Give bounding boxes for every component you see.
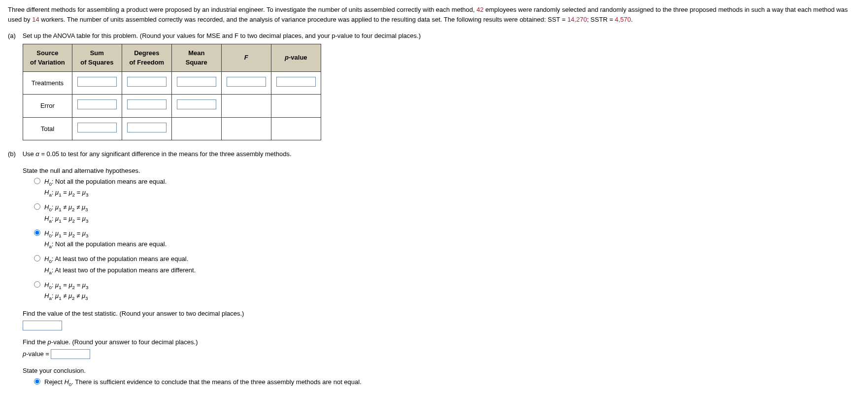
sstr-value: 4,570 (615, 16, 631, 23)
input-tot-ss[interactable] (77, 123, 117, 132)
part-a-label: (a) (8, 31, 21, 41)
hyp-option-1: H0: Not all the population means are equ… (32, 177, 860, 198)
input-treat-p[interactable] (276, 77, 316, 87)
conclusion-option-1: Reject H0. There is sufficient evidence … (32, 377, 860, 388)
num-employees: 42 (476, 6, 483, 13)
part-a: (a) Set up the ANOVA table for this prob… (8, 31, 860, 140)
radio-conc-1[interactable] (34, 378, 40, 385)
table-row: Total (23, 117, 321, 140)
find-stat-text: Find the value of the test statistic. (R… (23, 309, 860, 319)
question-intro: Three different methods for assembling a… (8, 5, 860, 24)
input-treat-ms[interactable] (177, 77, 216, 87)
row-treatments-label: Treatments (23, 71, 72, 95)
input-treat-ss[interactable] (77, 77, 117, 87)
part-b-label: (b) (8, 149, 21, 159)
input-test-statistic[interactable] (23, 321, 62, 330)
row-error-label: Error (23, 95, 72, 118)
input-tot-df[interactable] (127, 123, 167, 132)
conclusion-heading: State your conclusion. (23, 366, 860, 376)
hyp-option-5: H0: μ1 = μ2 = μ3 Ha: μ1 ≠ μ2 ≠ μ3 (32, 280, 860, 302)
th-f: F (221, 44, 271, 71)
radio-hyp-3[interactable] (34, 229, 40, 236)
p-value-label: p-value = (23, 350, 51, 358)
input-treat-f[interactable] (227, 77, 266, 87)
input-p-value[interactable] (51, 349, 90, 359)
th-p: p-value (271, 44, 321, 71)
intro-5: . (631, 16, 633, 23)
th-df: Degrees of Freedom (122, 44, 171, 71)
input-err-ss[interactable] (77, 99, 117, 109)
radio-hyp-1[interactable] (34, 178, 40, 184)
intro-1: Three different methods for assembling a… (8, 6, 476, 13)
intro-3: workers. The number of units assembled c… (39, 16, 568, 23)
find-p-text: Find the p-value. (Round your answer to … (23, 337, 860, 347)
part-b-text: Use α = 0.05 to test for any significant… (23, 150, 292, 158)
num-workers: 14 (32, 16, 39, 23)
radio-hyp-2[interactable] (34, 203, 40, 210)
hyp-option-4: H0: At least two of the population means… (32, 254, 860, 276)
th-source: Source of Variation (23, 44, 72, 71)
sst-value: 14,270 (568, 16, 587, 23)
input-err-df[interactable] (127, 99, 167, 109)
table-row: Treatments (23, 71, 321, 95)
anova-table: Source of Variation Sum of Squares Degre… (23, 44, 321, 141)
hypotheses-heading: State the null and alternative hypothese… (23, 166, 860, 176)
radio-hyp-4[interactable] (34, 255, 40, 262)
input-err-ms[interactable] (177, 99, 216, 109)
input-treat-df[interactable] (127, 77, 167, 87)
th-ss: Sum of Squares (72, 44, 122, 71)
row-total-label: Total (23, 117, 72, 140)
part-b: (b) Use α = 0.05 to test for any signifi… (8, 149, 860, 393)
part-a-text: Set up the ANOVA table for this problem.… (23, 32, 421, 39)
th-ms: Mean Square (171, 44, 221, 71)
table-row: Error (23, 95, 321, 118)
intro-4: ; SSTR = (587, 16, 615, 23)
radio-hyp-5[interactable] (34, 281, 40, 288)
hyp-option-2: H0: μ1 ≠ μ2 ≠ μ3 Ha: μ1 = μ2 = μ3 (32, 202, 860, 224)
hyp-option-3: H0: μ1 = μ2 = μ3 Ha: Not all the populat… (32, 229, 860, 250)
